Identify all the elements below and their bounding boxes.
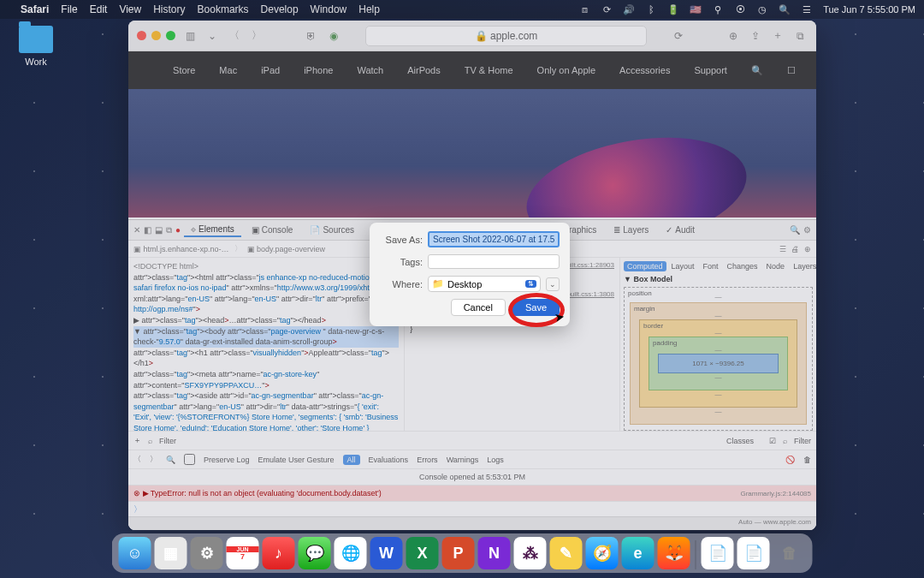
tab-console[interactable]: ▣Console	[245, 223, 300, 236]
tab-audit[interactable]: ✓Audit	[659, 223, 702, 236]
tab-sources[interactable]: 📄Sources	[303, 223, 361, 236]
clear-console-icon[interactable]: 🚫	[785, 456, 795, 464]
tabs-button[interactable]: ⧉	[792, 28, 808, 44]
menu-file[interactable]: File	[61, 3, 77, 15]
popout-icon[interactable]: ⧉	[166, 225, 172, 235]
new-tab-button[interactable]: ＋	[770, 28, 785, 44]
close-devtools[interactable]: ✕	[133, 225, 140, 235]
crumb-html[interactable]: ▣ html.js.enhance-xp.no-…	[133, 245, 229, 253]
target-icon[interactable]: ⊕	[804, 245, 811, 253]
dock-firefox[interactable]: 🦊	[658, 537, 690, 569]
add-rule-icon[interactable]: ＋	[133, 435, 141, 446]
menu-help[interactable]: Help	[358, 3, 380, 15]
nav-tv[interactable]: TV & Home	[465, 65, 513, 75]
search-icon[interactable]: 🔍	[751, 65, 763, 76]
dock-slack[interactable]: ⁂	[514, 537, 547, 569]
spotlight-icon[interactable]: 🔍	[779, 4, 791, 15]
address-bar[interactable]: 🔒 apple.com	[365, 26, 647, 46]
sidebar-toggle[interactable]: ▥	[182, 28, 198, 44]
dock-doc2[interactable]: 📄	[737, 537, 770, 569]
downloads-icon[interactable]: ⊕	[726, 28, 741, 44]
dock-powerpoint[interactable]: P	[442, 537, 475, 569]
back-button[interactable]: 〈	[227, 28, 242, 44]
filter-all[interactable]: All	[343, 455, 360, 465]
dock-safari[interactable]: 🧭	[586, 537, 619, 569]
dock-messages[interactable]: 💬	[299, 537, 331, 569]
preserve-log-checkbox[interactable]	[184, 454, 195, 465]
control-center-icon[interactable]: ☰	[801, 4, 813, 15]
sync-icon[interactable]: ⟳	[601, 4, 613, 15]
share-icon[interactable]: ⇪	[748, 28, 763, 44]
record-icon[interactable]: ●	[175, 225, 181, 235]
nav-store[interactable]: Store	[173, 65, 195, 75]
dropbox-icon[interactable]: ⧈	[578, 4, 590, 15]
extension-icon[interactable]: ◉	[326, 28, 341, 44]
wifi-icon[interactable]: ⚲	[712, 4, 724, 15]
shield-icon[interactable]: ⛨	[304, 28, 319, 44]
where-select[interactable]: 📁 Desktop ⇅	[428, 276, 541, 292]
side-layout[interactable]: Layout	[668, 261, 698, 271]
filter-label[interactable]: Filter	[159, 437, 176, 445]
nav-support[interactable]: Support	[694, 65, 727, 75]
maximize-icon[interactable]	[166, 31, 175, 40]
settings-icon[interactable]: ⚙	[803, 225, 811, 235]
reload-button[interactable]: ⟳	[671, 28, 686, 44]
bag-icon[interactable]: ☐	[787, 65, 796, 76]
volume-icon[interactable]: 🔊	[623, 4, 635, 15]
filter-warnings[interactable]: Warnings	[447, 456, 479, 464]
dom-tree[interactable]: <!DOCTYPE html>attr">class="tag"><html a…	[128, 258, 404, 431]
dock-chrome[interactable]: 🌐	[335, 537, 367, 569]
dock-doc1[interactable]: 📄	[702, 537, 734, 569]
devtools-search-icon[interactable]: 🔍	[790, 225, 800, 235]
menubar-datetime[interactable]: Tue Jun 7 5:55:00 PM	[823, 4, 915, 15]
desktop-folder-work[interactable]: Work	[19, 26, 53, 67]
menu-history[interactable]: History	[153, 3, 185, 15]
save-as-input[interactable]	[428, 231, 560, 247]
dock-finder[interactable]: ☺	[119, 537, 151, 569]
tags-input[interactable]	[428, 254, 560, 269]
bluetooth-icon[interactable]: ᛒ	[645, 4, 657, 15]
dock-edge[interactable]: e	[622, 537, 654, 569]
nav-watch[interactable]: Watch	[357, 65, 383, 75]
trash-icon[interactable]: 🗑	[803, 456, 811, 464]
menu-window[interactable]: Window	[311, 3, 347, 15]
location-icon[interactable]: ⦿	[734, 4, 746, 15]
emulate-ug-label[interactable]: Emulate User Gesture	[258, 456, 335, 464]
menu-develop[interactable]: Develop	[261, 3, 299, 15]
forward-button[interactable]: 〉	[249, 28, 264, 44]
side-font[interactable]: Font	[700, 261, 722, 271]
minimize-icon[interactable]	[151, 31, 161, 40]
dock-launchpad[interactable]: ▦	[155, 537, 187, 569]
magnify-icon[interactable]: 🔍	[166, 456, 175, 464]
dock-excel[interactable]: X	[406, 537, 439, 569]
side-computed[interactable]: Computed	[624, 261, 666, 271]
console-prompt[interactable]: 〉	[128, 501, 816, 516]
app-name[interactable]: Safari	[21, 3, 49, 15]
tab-layers[interactable]: ≣Layers	[607, 223, 655, 236]
nav-back[interactable]: 〈	[133, 454, 141, 465]
filter-errors[interactable]: Errors	[417, 456, 438, 464]
dock-side-icon[interactable]: ◧	[144, 225, 151, 235]
nav-fwd[interactable]: 〉	[150, 454, 157, 465]
expand-button[interactable]: ⌄	[546, 277, 560, 291]
dock-onenote[interactable]: N	[478, 537, 511, 569]
filter-label2[interactable]: Filter	[794, 437, 811, 445]
nav-mac[interactable]: Mac	[219, 65, 237, 75]
save-button[interactable]: Save	[512, 299, 560, 316]
nav-iphone[interactable]: iPhone	[304, 65, 333, 75]
filter-evaluations[interactable]: Evaluations	[369, 456, 409, 464]
dock-bottom-icon[interactable]: ⬓	[155, 225, 163, 235]
dock-calendar[interactable]: JUN7	[227, 537, 259, 569]
nav-only[interactable]: Only on Apple	[537, 65, 596, 75]
dock-music[interactable]: ♪	[263, 537, 295, 569]
menu-edit[interactable]: Edit	[90, 3, 108, 15]
nav-ipad[interactable]: iPad	[261, 65, 280, 75]
dock-settings[interactable]: ⚙	[191, 537, 223, 569]
nav-airpods[interactable]: AirPods	[407, 65, 441, 75]
side-changes[interactable]: Changes	[724, 261, 761, 271]
clock-icon[interactable]: ◷	[756, 4, 768, 15]
keyboard-icon[interactable]: 🇺🇸	[690, 4, 702, 15]
window-controls[interactable]	[137, 31, 175, 40]
menu-bookmarks[interactable]: Bookmarks	[198, 3, 249, 15]
menu-view[interactable]: View	[119, 3, 141, 15]
